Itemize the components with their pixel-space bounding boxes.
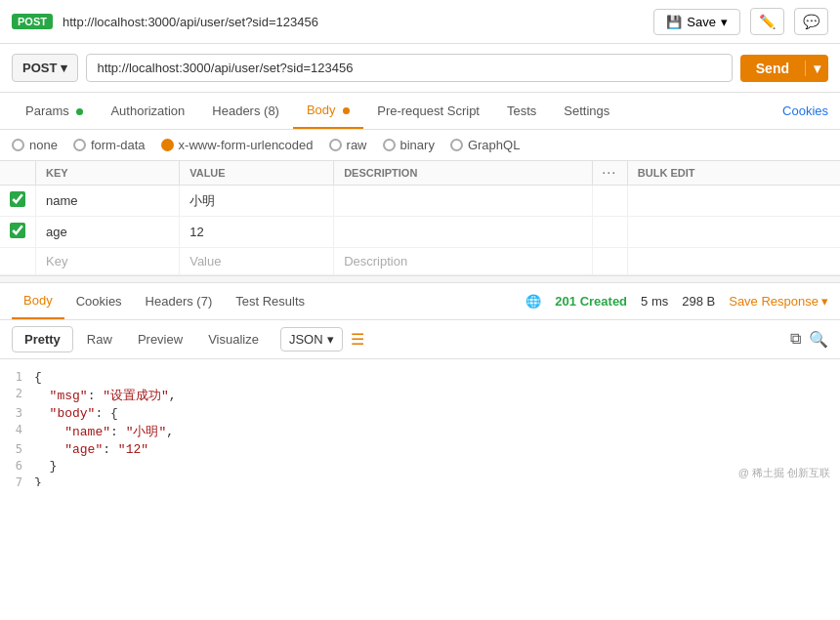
- resp-tab-test-results-label: Test Results: [235, 294, 305, 309]
- row3-description-placeholder[interactable]: Description: [334, 248, 592, 275]
- row2-checkbox[interactable]: [10, 223, 25, 238]
- line-content-7: }: [34, 475, 42, 486]
- row1-key[interactable]: name: [36, 186, 180, 217]
- save-icon: 💾: [666, 15, 682, 29]
- row1-extra: [627, 186, 840, 217]
- method-select[interactable]: POST ▾: [12, 54, 78, 82]
- row1-description[interactable]: [334, 186, 592, 217]
- row2-value[interactable]: 12: [180, 217, 334, 248]
- fmt-tab-pretty-label: Pretty: [24, 332, 61, 347]
- format-bar: Pretty Raw Preview Visualize JSON ▾ ☰ ⧉ …: [0, 320, 840, 359]
- resp-tab-cookies[interactable]: Cookies: [64, 284, 134, 318]
- line-num-6: 6: [0, 459, 34, 473]
- line-content-3: "body": {: [34, 406, 118, 421]
- row3-checkbox-placeholder: [0, 248, 36, 275]
- params-dot: [76, 108, 83, 115]
- radio-raw[interactable]: raw: [329, 138, 367, 152]
- save-label: Save: [687, 15, 716, 29]
- globe-icon: 🌐: [525, 294, 541, 309]
- fmt-tab-raw[interactable]: Raw: [75, 327, 124, 351]
- params-table: KEY VALUE DESCRIPTION ··· Bulk Edit name…: [0, 161, 840, 275]
- json-line-5: 5 "age": "12": [0, 441, 840, 458]
- radio-raw-circle: [329, 139, 342, 151]
- fmt-tab-preview[interactable]: Preview: [126, 327, 194, 351]
- th-checkbox: [0, 161, 36, 186]
- row2-description[interactable]: [334, 217, 592, 248]
- save-chevron: ▾: [721, 15, 728, 29]
- fmt-tab-raw-label: Raw: [87, 332, 112, 347]
- row3-value-placeholder[interactable]: Value: [180, 248, 334, 275]
- row3-key-placeholder[interactable]: Key: [36, 248, 180, 275]
- th-key: KEY: [36, 161, 180, 186]
- line-content-5: "age": "12": [34, 442, 148, 457]
- search-icon[interactable]: 🔍: [809, 330, 828, 349]
- top-bar: POST http://localhost:3000/api/user/set?…: [0, 0, 840, 44]
- send-button[interactable]: Send ▾: [740, 55, 828, 82]
- radio-graphql[interactable]: GraphQL: [450, 138, 520, 152]
- line-num-1: 1: [0, 370, 34, 384]
- resp-tab-test-results[interactable]: Test Results: [224, 284, 316, 318]
- line-num-2: 2: [0, 387, 34, 400]
- comment-icon-button[interactable]: 💬: [794, 8, 828, 35]
- radio-urlencoded-circle: [161, 139, 174, 151]
- filter-icon[interactable]: ☰: [351, 330, 364, 349]
- json-line-4: 4 "name": "小明",: [0, 422, 840, 441]
- edit-icon-button[interactable]: ✏️: [750, 8, 784, 35]
- tab-settings[interactable]: Settings: [550, 94, 623, 128]
- radio-binary[interactable]: binary: [383, 138, 435, 152]
- radio-none[interactable]: none: [12, 138, 58, 152]
- json-line-7: 7 }: [0, 475, 840, 486]
- tab-body[interactable]: Body: [293, 93, 363, 129]
- json-viewer: 1 { 2 "msg": "设置成功", 3 "body": { 4 "name…: [0, 359, 840, 486]
- fmt-tab-pretty[interactable]: Pretty: [12, 326, 73, 352]
- line-num-7: 7: [0, 475, 34, 486]
- row1-dots: [592, 186, 627, 217]
- tab-pre-request-label: Pre-request Script: [377, 103, 480, 118]
- row1-checkbox[interactable]: [10, 191, 25, 207]
- top-url: http://localhost:3000/api/user/set?sid=1…: [63, 15, 644, 29]
- radio-form-data-label: form-data: [91, 138, 146, 152]
- response-time: 5 ms: [641, 294, 668, 309]
- fmt-tab-visualize[interactable]: Visualize: [196, 327, 271, 351]
- resp-tab-body[interactable]: Body: [12, 283, 64, 319]
- tab-tests[interactable]: Tests: [493, 94, 550, 128]
- save-response-label: Save Response: [729, 294, 819, 309]
- radio-form-data[interactable]: form-data: [73, 138, 146, 152]
- tab-params-label: Params: [25, 103, 69, 118]
- radio-graphql-circle: [450, 139, 463, 151]
- row3-dots: [592, 248, 627, 275]
- line-content-2: "msg": "设置成功",: [34, 387, 177, 404]
- tab-params[interactable]: Params: [12, 94, 97, 128]
- json-format-select[interactable]: JSON ▾: [280, 327, 343, 351]
- watermark: @ 稀土掘 创新互联: [738, 466, 830, 480]
- radio-raw-label: raw: [347, 138, 367, 152]
- save-response-chevron-icon: ▾: [821, 294, 828, 309]
- cookies-link[interactable]: Cookies: [782, 103, 828, 118]
- copy-icon[interactable]: ⧉: [790, 330, 801, 349]
- th-value: VALUE: [180, 161, 334, 186]
- send-label: Send: [740, 61, 805, 76]
- save-response-button[interactable]: Save Response ▾: [729, 294, 828, 309]
- tab-pre-request[interactable]: Pre-request Script: [363, 94, 493, 128]
- url-input[interactable]: [86, 54, 732, 82]
- json-line-3: 3 "body": {: [0, 405, 840, 422]
- bulk-edit-button[interactable]: Bulk Edit: [627, 161, 840, 186]
- radio-graphql-label: GraphQL: [468, 138, 520, 152]
- radio-urlencoded[interactable]: x-www-form-urlencoded: [161, 138, 314, 152]
- row2-key[interactable]: age: [36, 217, 180, 248]
- body-dot: [343, 107, 350, 114]
- row1-value[interactable]: 小明: [180, 186, 334, 217]
- radio-urlencoded-label: x-www-form-urlencoded: [179, 138, 314, 152]
- method-chevron-icon: ▾: [61, 61, 67, 75]
- table-row-placeholder: Key Value Description: [0, 248, 840, 275]
- tab-headers[interactable]: Headers (8): [198, 94, 293, 128]
- radio-binary-circle: [383, 139, 396, 151]
- status-badge: 201 Created: [555, 294, 627, 309]
- line-content-6: }: [34, 459, 57, 474]
- save-button[interactable]: 💾 Save ▾: [653, 9, 740, 35]
- resp-tab-body-label: Body: [23, 293, 53, 308]
- line-num-3: 3: [0, 406, 34, 420]
- line-num-4: 4: [0, 423, 34, 436]
- tab-authorization[interactable]: Authorization: [97, 94, 198, 128]
- resp-tab-headers[interactable]: Headers (7): [134, 284, 225, 318]
